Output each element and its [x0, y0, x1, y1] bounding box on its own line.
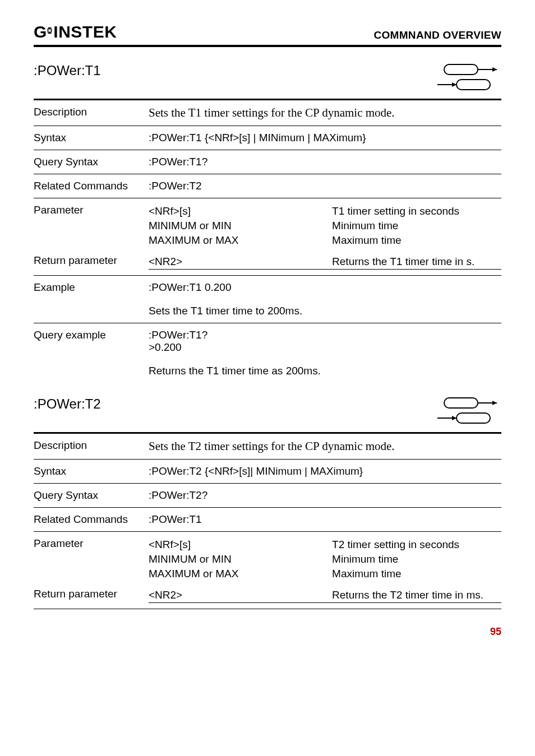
row-label: Query Syntax: [34, 150, 149, 174]
svg-rect-3: [456, 80, 490, 90]
row-value: Sets the T2 timer settings for the CP dy…: [149, 433, 501, 460]
param-key: MAXIMUM or MAX: [149, 233, 332, 248]
command-block-power-t2: :POWer:T2 Description Sets the T2 timer …: [34, 396, 501, 609]
row-label: Parameter: [34, 198, 149, 254]
row-label: Return parameter: [34, 587, 149, 609]
parameter-table: <NRf>[s]T1 timer setting in seconds MINI…: [149, 204, 501, 248]
svg-rect-9: [456, 413, 490, 423]
page-number: 95: [34, 626, 501, 638]
brand-logo: G⧮INSTEK: [34, 22, 117, 41]
query-example-note: Returns the T1 timer time as 200ms.: [149, 359, 501, 383]
return-key: <NR2>: [149, 588, 332, 603]
syntax-diagram-icon: [149, 396, 501, 433]
row-label: Syntax: [34, 460, 149, 484]
row-label: Related Commands: [34, 174, 149, 198]
row-value: :POWer:T2: [149, 174, 501, 198]
row-label: Query Syntax: [34, 484, 149, 508]
svg-marker-8: [492, 401, 497, 405]
param-desc: T2 timer setting in seconds: [332, 537, 501, 552]
syntax-diagram-icon: [149, 63, 501, 100]
command-name: :POWer:T1: [34, 63, 149, 100]
query-example-line: >0.200: [149, 341, 501, 354]
svg-marker-11: [452, 416, 456, 420]
row-label: Parameter: [34, 532, 149, 587]
section-title: COMMNAND OVERVIEW: [374, 29, 501, 41]
param-key: MAXIMUM or MAX: [149, 567, 332, 581]
row-label: Description: [34, 100, 149, 126]
query-example-line: :POWer:T1?: [149, 329, 501, 341]
param-key: <NRf>[s]: [149, 204, 332, 219]
example-note: Sets the T1 timer time to 200ms.: [149, 299, 501, 323]
param-desc: Maximum time: [332, 567, 501, 581]
svg-rect-0: [444, 64, 478, 75]
return-desc: Returns the T2 timer time in ms.: [332, 588, 501, 603]
logo-symbol: ⧮: [48, 26, 53, 36]
param-desc: Maximum time: [332, 233, 501, 248]
row-label: Return parameter: [34, 253, 149, 276]
row-value: :POWer:T1 0.200: [149, 276, 501, 300]
command-name: :POWer:T2: [34, 396, 149, 433]
row-value: :POWer:T2?: [149, 484, 501, 508]
parameter-table: <NRf>[s]T2 timer setting in seconds MINI…: [149, 537, 501, 581]
param-desc: Minimum time: [332, 219, 501, 233]
command-block-power-t1: :POWer:T1 Description Sets the T1 timer …: [34, 63, 501, 383]
row-value: :POWer:T1 {<NRf>[s] | MINimum | MAXimum}: [149, 126, 501, 150]
row-value: :POWer:T1: [149, 508, 501, 532]
return-table: <NR2>Returns the T2 timer time in ms.: [149, 588, 501, 603]
row-value: Sets the T1 timer settings for the CP dy…: [149, 100, 501, 126]
logo-text-left: G: [34, 22, 47, 41]
row-label: Related Commands: [34, 508, 149, 532]
param-key: MINIMUM or MIN: [149, 219, 332, 233]
svg-rect-6: [444, 398, 478, 408]
page-header: G⧮INSTEK COMMNAND OVERVIEW: [34, 22, 501, 47]
svg-marker-5: [452, 82, 456, 87]
logo-text-right: INSTEK: [53, 22, 117, 41]
row-value: :POWer:T2 {<NRf>[s]| MINimum | MAXimum}: [149, 460, 501, 484]
param-key: <NRf>[s]: [149, 537, 332, 552]
param-key: MINIMUM or MIN: [149, 552, 332, 567]
row-value: :POWer:T1?: [149, 150, 501, 174]
return-desc: Returns the T1 timer time in s.: [332, 254, 501, 270]
param-desc: Minimum time: [332, 552, 501, 567]
return-table: <NR2>Returns the T1 timer time in s.: [149, 254, 501, 270]
row-label: Example: [34, 276, 149, 300]
row-label: Syntax: [34, 126, 149, 150]
row-label: Query example: [34, 323, 149, 360]
return-key: <NR2>: [149, 254, 332, 270]
row-label: Description: [34, 433, 149, 460]
svg-marker-2: [492, 67, 497, 72]
param-desc: T1 timer setting in seconds: [332, 204, 501, 219]
